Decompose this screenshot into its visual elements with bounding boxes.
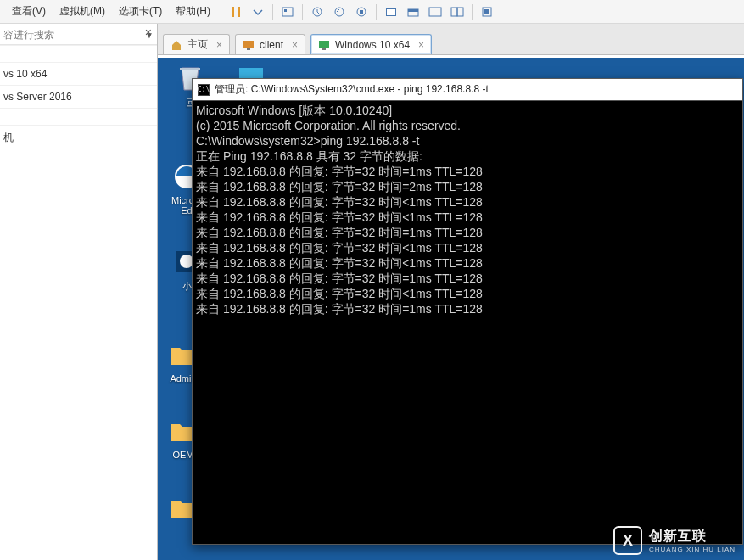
- console-line: 来自 192.168.8.8 的回复: 字节=32 时间=1ms TTL=128: [196, 271, 739, 286]
- separator: [472, 4, 473, 20]
- console-line: 来自 192.168.8.8 的回复: 字节=32 时间<1ms TTL=128: [196, 210, 739, 225]
- svg-rect-7: [360, 10, 363, 14]
- tab-close-icon[interactable]: ×: [418, 39, 424, 51]
- svg-rect-18: [247, 48, 250, 50]
- menu-tabs[interactable]: 选项卡(T): [112, 3, 169, 20]
- vm-area: 主页 × client × Windows 10 x64 × 回: [158, 24, 744, 560]
- search-row: ▼: [0, 24, 157, 45]
- console-line: Microsoft Windows [版本 10.0.10240]: [196, 103, 739, 118]
- search-input[interactable]: [3, 29, 142, 41]
- home-icon: [171, 39, 182, 51]
- console-line: 来自 192.168.8.8 的回复: 字节=32 时间=2ms TTL=128: [196, 179, 739, 194]
- svg-rect-14: [457, 8, 463, 16]
- library-item[interactable]: 机: [0, 125, 157, 150]
- tab-label: Windows 10 x64: [335, 39, 410, 51]
- snapshot-icon[interactable]: [309, 3, 326, 20]
- snapshot-revert-icon[interactable]: [331, 3, 348, 20]
- tab-home[interactable]: 主页 ×: [163, 34, 230, 54]
- separator: [302, 4, 303, 20]
- unity-icon[interactable]: [405, 3, 422, 20]
- svg-rect-3: [284, 9, 287, 12]
- send-keys-icon[interactable]: [279, 3, 296, 20]
- watermark: X 创新互联 CHUANG XIN HU LIAN: [613, 526, 736, 555]
- svg-rect-19: [319, 41, 329, 48]
- library-blank: [0, 108, 157, 125]
- svg-rect-20: [322, 48, 326, 50]
- dropdown-icon[interactable]: [249, 3, 266, 20]
- console-line: 来自 192.168.8.8 的回复: 字节=32 时间<1ms TTL=128: [196, 255, 739, 271]
- stretch-icon[interactable]: [449, 3, 466, 20]
- library-blank: [0, 45, 157, 62]
- console-line: C:\Windows\system32>ping 192.168.8.8 -t: [196, 133, 739, 148]
- tab-label: client: [260, 39, 283, 51]
- separator: [272, 4, 273, 20]
- console-line: 来自 192.168.8.8 的回复: 字节=32 时间=1ms TTL=128: [196, 301, 739, 316]
- close-panel-icon[interactable]: ×: [145, 25, 152, 39]
- console-line: 来自 192.168.8.8 的回复: 字节=32 时间<1ms TTL=128: [196, 240, 739, 255]
- watermark-logo: X: [613, 526, 642, 555]
- tab-label: 主页: [187, 37, 208, 52]
- console-line: 来自 192.168.8.8 的回复: 字节=32 时间<1ms TTL=128: [196, 194, 739, 210]
- fullscreen-icon[interactable]: [383, 3, 400, 20]
- library-panel: × ▼ vs 10 x64 vs Server 2016 机: [0, 24, 158, 560]
- svg-point-5: [335, 8, 344, 16]
- console-icon[interactable]: [427, 3, 444, 20]
- separator: [221, 4, 221, 20]
- svg-rect-17: [243, 41, 254, 48]
- cmd-console[interactable]: Microsoft Windows [版本 10.0.10240](c) 201…: [193, 101, 742, 318]
- cmd-title: 管理员: C:\Windows\System32\cmd.exe - ping …: [215, 82, 489, 97]
- console-line: 来自 192.168.8.8 的回复: 字节=32 时间=1ms TTL=128: [196, 225, 739, 240]
- menu-view[interactable]: 查看(V): [5, 3, 53, 20]
- tab-win10[interactable]: Windows 10 x64 ×: [310, 34, 432, 54]
- snapshot-manage-icon[interactable]: [353, 3, 370, 20]
- tab-close-icon[interactable]: ×: [216, 39, 222, 51]
- monitor-icon: [243, 39, 255, 51]
- tab-strip: 主页 × client × Windows 10 x64 ×: [158, 29, 744, 54]
- svg-rect-13: [451, 8, 457, 16]
- library-item[interactable]: vs 10 x64: [0, 62, 157, 85]
- thumbnail-icon[interactable]: [478, 3, 495, 20]
- watermark-subtext: CHUANG XIN HU LIAN: [649, 546, 736, 553]
- console-line: 正在 Ping 192.168.8.8 具有 32 字节的数据:: [196, 148, 739, 164]
- menu-help[interactable]: 帮助(H): [169, 3, 217, 20]
- menu-vm[interactable]: 虚拟机(M): [53, 3, 112, 20]
- console-line: 来自 192.168.8.8 的回复: 字节=32 时间<1ms TTL=128: [196, 286, 739, 301]
- app-menubar: 查看(V) 虚拟机(M) 选项卡(T) 帮助(H): [0, 0, 744, 24]
- cmd-titlebar[interactable]: C:\ 管理员: C:\Windows\System32\cmd.exe - p…: [193, 79, 742, 101]
- console-line: (c) 2015 Microsoft Corporation. All righ…: [196, 118, 739, 133]
- monitor-icon: [318, 39, 330, 51]
- svg-rect-0: [232, 7, 234, 17]
- console-line: 来自 192.168.8.8 的回复: 字节=32 时间=1ms TTL=128: [196, 164, 739, 179]
- svg-rect-11: [408, 9, 418, 12]
- guest-desktop[interactable]: 回 Micro... Ed 小 Admin OEM: [158, 58, 744, 560]
- pause-button[interactable]: [227, 3, 244, 20]
- svg-rect-1: [238, 7, 240, 17]
- svg-rect-2: [282, 8, 293, 16]
- cmd-icon: C:\: [198, 84, 210, 96]
- library-item[interactable]: vs Server 2016: [0, 85, 157, 108]
- watermark-text: 创新互联: [649, 528, 736, 546]
- svg-rect-12: [429, 8, 441, 16]
- cmd-window[interactable]: C:\ 管理员: C:\Windows\System32\cmd.exe - p…: [192, 78, 743, 545]
- tab-client[interactable]: client ×: [235, 34, 305, 54]
- separator: [376, 4, 377, 20]
- tab-close-icon[interactable]: ×: [292, 39, 298, 51]
- svg-rect-16: [484, 9, 489, 14]
- svg-rect-9: [387, 9, 395, 15]
